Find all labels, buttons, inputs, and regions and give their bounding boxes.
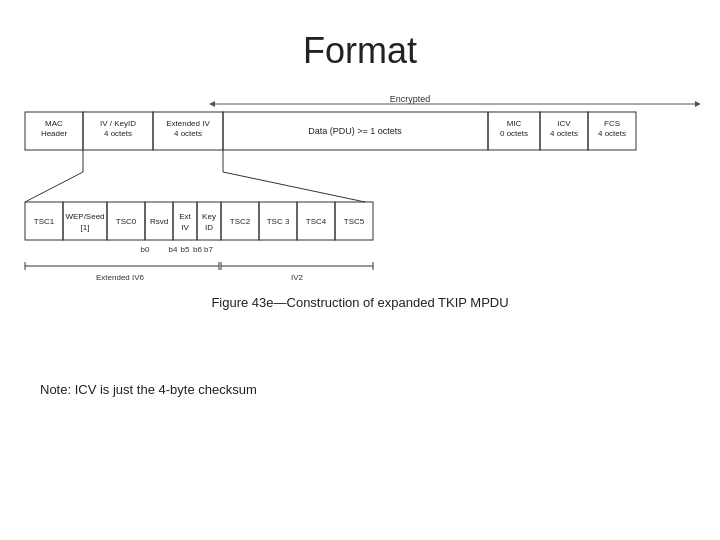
svg-line-19 <box>223 172 365 202</box>
note-text: Note: ICV is just the 4-byte checksum <box>20 382 700 397</box>
data-pdu-label: Data (PDU) >= 1 octets <box>308 126 402 136</box>
bit-b5: b5 <box>181 245 190 254</box>
ext-iv-top-label: Extended IV <box>166 119 210 128</box>
diagram-container: Encrypted MAC Header IV / KeyID 4 octets… <box>20 92 700 397</box>
svg-rect-25 <box>173 202 197 240</box>
svg-rect-21 <box>63 202 107 240</box>
tsc0-label: TSC0 <box>116 217 137 226</box>
svg-text:4 octets: 4 octets <box>598 129 626 138</box>
mic-label: MIC <box>507 119 522 128</box>
page-title: Format <box>0 0 720 92</box>
svg-text:0 octets: 0 octets <box>500 129 528 138</box>
svg-text:4 octets: 4 octets <box>550 129 578 138</box>
bit-b0: b0 <box>141 245 150 254</box>
mac-header-label: MAC <box>45 119 63 128</box>
svg-text:4 octets: 4 octets <box>174 129 202 138</box>
svg-text:[1]: [1] <box>81 223 90 232</box>
ext-iv-label: Ext <box>179 212 191 221</box>
tsc1-label: TSC1 <box>34 217 55 226</box>
fcs-label: FCS <box>604 119 620 128</box>
icv-label: ICV <box>557 119 571 128</box>
svg-text:4 octets: 4 octets <box>104 129 132 138</box>
wep-seed-label: WEP/Seed <box>65 212 104 221</box>
tsc2-label: TSC2 <box>230 217 251 226</box>
svg-text:ID: ID <box>205 223 213 232</box>
tsc4-label: TSC4 <box>306 217 327 226</box>
key-id-label: Key <box>202 212 216 221</box>
bit-b4: b4 <box>169 245 178 254</box>
svg-marker-2 <box>695 101 700 107</box>
svg-rect-27 <box>197 202 221 240</box>
svg-text:IV: IV <box>181 223 189 232</box>
tsc3-label: TSC 3 <box>267 217 290 226</box>
iv2-label: IV2 <box>291 273 304 282</box>
svg-line-17 <box>25 172 83 202</box>
tkip-diagram: Encrypted MAC Header IV / KeyID 4 octets… <box>20 92 700 372</box>
extended-iv6-label: Extended IV6 <box>96 273 145 282</box>
svg-marker-1 <box>209 101 215 107</box>
encrypted-label: Encrypted <box>390 94 431 104</box>
tsc5-label: TSC5 <box>344 217 365 226</box>
rsvd-label: Rsvd <box>150 217 168 226</box>
iv-keyid-label: IV / KeyID <box>100 119 136 128</box>
bit-b67: b6 b7 <box>193 245 214 254</box>
figure-caption: Figure 43e—Construction of expanded TKIP… <box>211 295 508 310</box>
svg-text:Header: Header <box>41 129 68 138</box>
